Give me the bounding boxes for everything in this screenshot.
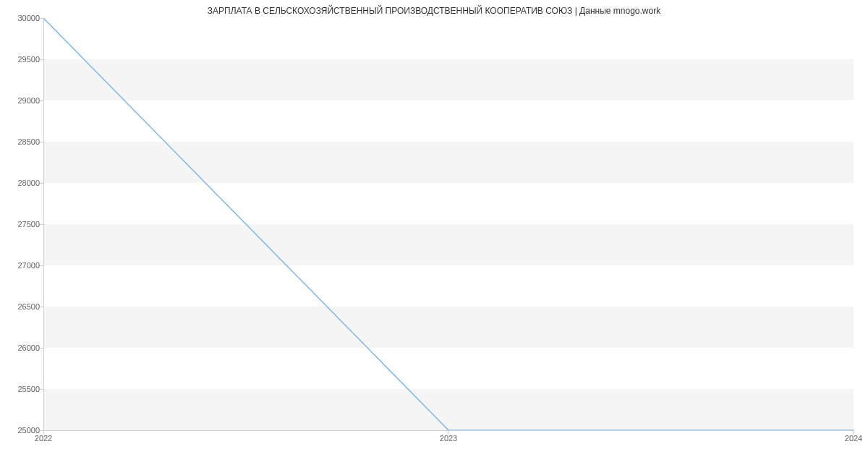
y-tick-mark bbox=[40, 265, 43, 266]
y-tick-mark bbox=[40, 59, 43, 60]
x-tick-mark bbox=[448, 430, 449, 434]
x-tick-mark bbox=[854, 430, 854, 434]
y-tick-mark bbox=[40, 142, 43, 142]
y-tick-label: 26500 bbox=[17, 302, 40, 311]
y-tick-mark bbox=[40, 389, 43, 390]
y-tick-label: 29500 bbox=[17, 55, 40, 64]
y-tick-label: 28000 bbox=[17, 179, 40, 187]
x-tick-label: 2022 bbox=[35, 434, 52, 443]
chart-title: ЗАРПЛАТА В СЕЛЬСКОХОЗЯЙСТВЕННЫЙ ПРОИЗВОД… bbox=[0, 6, 868, 16]
y-tick-label: 26000 bbox=[17, 343, 40, 352]
y-tick-label: 27500 bbox=[17, 220, 40, 228]
y-tick-mark bbox=[40, 101, 43, 101]
plot-area bbox=[43, 18, 854, 430]
y-tick-mark bbox=[40, 307, 43, 307]
y-tick-mark bbox=[40, 224, 43, 225]
y-tick-mark bbox=[40, 348, 43, 349]
y-tick-label: 28500 bbox=[17, 137, 40, 146]
y-tick-mark bbox=[40, 183, 43, 184]
y-axis-line bbox=[43, 18, 44, 430]
y-tick-label: 30000 bbox=[17, 14, 40, 22]
y-tick-label: 27000 bbox=[17, 261, 40, 270]
y-tick-mark bbox=[40, 18, 43, 19]
x-tick-label: 2024 bbox=[845, 434, 862, 443]
x-tick-mark bbox=[43, 430, 44, 434]
chart-container: ЗАРПЛАТА В СЕЛЬСКОХОЗЯЙСТВЕННЫЙ ПРОИЗВОД… bbox=[0, 0, 868, 470]
x-tick-label: 2023 bbox=[440, 434, 457, 443]
y-tick-label: 29000 bbox=[17, 96, 40, 105]
line-series bbox=[43, 18, 854, 430]
y-tick-label: 25500 bbox=[17, 385, 40, 393]
